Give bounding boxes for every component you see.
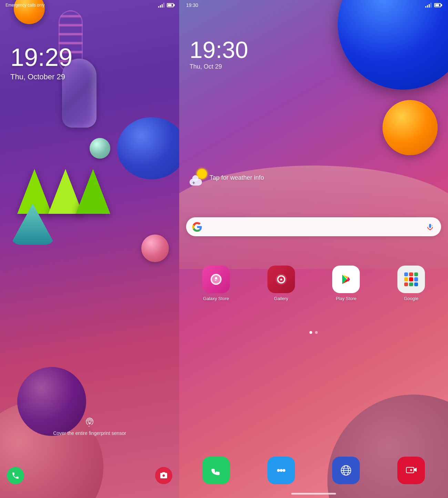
home-signal-icon [425, 3, 431, 8]
fingerprint-hint-text: Cover the entire fingerprint sensor [53, 430, 126, 436]
fingerprint-area[interactable]: Cover the entire fingerprint sensor [53, 417, 126, 436]
dock-item-browser[interactable] [316, 457, 376, 484]
gf-drive-icon [404, 277, 408, 281]
messages-icon [267, 457, 295, 484]
weather-widget[interactable]: + Tap for weather info [190, 169, 264, 186]
weather-icon: + [190, 169, 207, 186]
google-mic-icon[interactable] [425, 221, 436, 232]
teal-ball-decoration [90, 138, 110, 159]
svg-point-5 [277, 469, 280, 472]
dock-item-screen-recorder[interactable] [381, 457, 441, 484]
orange-ball-home-decoration [383, 100, 438, 155]
page-dot-1 [309, 331, 312, 334]
home-date: Thu, Oct 29 [190, 63, 248, 70]
gf-chrome-icon [414, 277, 418, 281]
gallery-label: Gallery [274, 296, 288, 301]
gf-maps-icon [414, 272, 418, 276]
home-indicator [291, 493, 336, 495]
gallery-icon [267, 266, 295, 293]
signal-icon [158, 3, 164, 8]
gf-icon8 [409, 282, 413, 286]
app-item-play-store[interactable]: Play Store [316, 266, 376, 301]
svg-point-6 [280, 469, 283, 472]
phone-icon [202, 457, 230, 484]
browser-icon [332, 457, 360, 484]
dock-item-messages[interactable] [251, 457, 311, 484]
home-battery-fill [435, 4, 439, 6]
home-screen: 19:30 19:30 Thu, Oct 29 + Tap [179, 0, 448, 498]
cloud-icon: + [190, 179, 202, 186]
google-search-bar[interactable] [186, 217, 441, 236]
app-grid: Galaxy Store Gallery [186, 266, 441, 301]
home-status-bar: 19:30 [179, 0, 448, 10]
page-dot-2 [315, 331, 318, 334]
home-time-area: 19:30 Thu, Oct 29 [190, 38, 248, 70]
page-dots [309, 331, 318, 334]
svg-point-1 [431, 224, 431, 225]
lock-time-area: 19:29 Thu, October 29 [10, 45, 72, 81]
gf-icon7 [404, 282, 408, 286]
play-store-icon [332, 266, 360, 293]
lock-camera-button[interactable] [155, 467, 172, 484]
svg-rect-0 [88, 426, 90, 427]
gf-google-icon [404, 272, 408, 276]
home-clock: 19:30 [190, 38, 248, 61]
gf-youtube-icon [409, 277, 413, 281]
weather-text: Tap for weather info [210, 174, 264, 181]
lock-status-icons [158, 3, 174, 8]
google-folder-icon [397, 266, 425, 293]
google-folder-label: Google [404, 296, 418, 301]
app-item-galaxy-store[interactable]: Galaxy Store [186, 266, 246, 301]
gf-icon9 [414, 282, 418, 286]
home-status-clock: 19:30 [186, 2, 198, 8]
svg-point-2 [432, 225, 432, 226]
svg-point-14 [410, 469, 412, 471]
dock-item-phone[interactable] [186, 457, 246, 484]
battery-icon [167, 3, 174, 7]
app-item-gallery[interactable]: Gallery [251, 266, 311, 301]
emergency-calls-text: Emergency calls only [6, 3, 44, 8]
play-store-label: Play Store [336, 296, 356, 301]
lock-bottom-icons [0, 467, 179, 484]
lock-phone-button[interactable] [7, 467, 24, 484]
lock-clock: 19:29 [10, 45, 72, 70]
svg-point-7 [283, 469, 285, 472]
screen-recorder-icon [397, 457, 425, 484]
fingerprint-icon [84, 417, 95, 428]
sun-icon [197, 169, 207, 179]
google-g-logo [192, 221, 203, 232]
app-item-google[interactable]: Google [381, 266, 441, 301]
svg-point-3 [215, 277, 217, 279]
pink-sphere-decoration [141, 235, 169, 262]
battery-fill [168, 4, 172, 6]
gf-gmail-icon [409, 272, 413, 276]
lock-status-bar: Emergency calls only [0, 0, 179, 10]
home-battery-icon [434, 3, 441, 7]
bottom-dock [186, 457, 441, 484]
lock-date: Thu, October 29 [10, 72, 72, 81]
galaxy-store-label: Galaxy Store [203, 296, 229, 301]
galaxy-store-icon [202, 266, 230, 293]
lock-screen: Emergency calls only 19:29 Thu, October … [0, 0, 179, 498]
home-status-icons [425, 3, 441, 8]
